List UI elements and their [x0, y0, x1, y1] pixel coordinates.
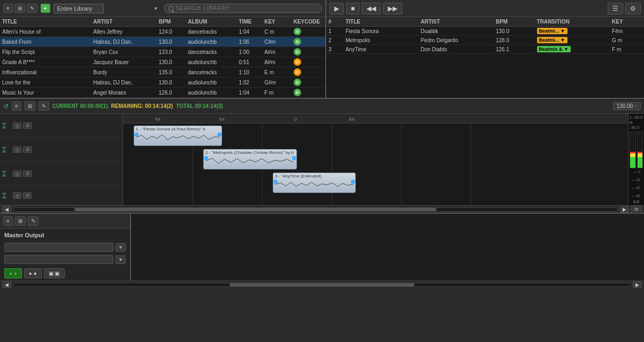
- beatmix-btn[interactable]: Beatmi... ▼: [537, 37, 568, 43]
- vu-bottom-value: 0.0: [633, 199, 639, 204]
- grid-view-btn[interactable]: ⊞: [14, 4, 25, 13]
- stop-btn[interactable]: ■: [346, 3, 359, 14]
- next-btn[interactable]: ▶▶: [383, 3, 402, 14]
- edit-btn[interactable]: ✎: [27, 4, 37, 13]
- library-panel: ≡ ⊞ ✎ + Entire Library ▼ TITLEARTISTBPMA…: [0, 0, 326, 98]
- clip-1-end[interactable]: [217, 133, 221, 137]
- list-view-btn[interactable]: ≡: [3, 4, 13, 13]
- beatmix-btn[interactable]: Beatmix & ▼: [537, 46, 571, 52]
- clip-3-end[interactable]: [351, 180, 355, 184]
- track-btn-a4[interactable]: ◷: [13, 192, 21, 199]
- pl-col-num: #: [326, 17, 343, 27]
- vu-green-l: [630, 157, 635, 168]
- playlist-row[interactable]: 2 Metropolis Pedro Delgardo 128.0 Beatmi…: [326, 36, 644, 45]
- master-grid-btn[interactable]: ⊞: [15, 216, 26, 226]
- vu-green-r: [638, 157, 643, 168]
- playlist-table-header: #TITLEARTISTBPMTRANSITIONKEY: [326, 17, 644, 27]
- master-list-btn[interactable]: ≡: [3, 216, 13, 226]
- clip-2-start[interactable]: [204, 156, 208, 160]
- track-btn-a2[interactable]: ◷: [13, 146, 21, 153]
- library-source-dropdown[interactable]: Entire Library: [53, 4, 104, 13]
- pl-col-key: KEY: [610, 17, 644, 27]
- search-icon: [168, 6, 174, 11]
- clip-3-start[interactable]: [273, 180, 278, 184]
- track-btn-a3[interactable]: ◷: [13, 170, 21, 177]
- track-btn-b3[interactable]: ↺: [23, 170, 32, 177]
- clip-3[interactable]: 3 - "AnyTime (Extended): [273, 173, 356, 193]
- lib-col-bpm: BPM: [157, 17, 186, 27]
- playlist-row[interactable]: 1 Fiesta Sonora Dualitik 130.0 Beatmi...…: [326, 27, 644, 36]
- add-track-btn[interactable]: +: [41, 4, 50, 13]
- track-row-2: Σ ◷ ↺: [0, 138, 122, 162]
- library-row[interactable]: Allen's House of Allen Jeffrey 124.0 dan…: [0, 27, 325, 37]
- keycode-icon: ⊕: [294, 28, 301, 35]
- keycode-icon: ⊕: [294, 58, 301, 66]
- vu-right-channel: [637, 131, 643, 168]
- track-controls-1: ◷ ↺: [13, 122, 120, 129]
- clip-1-start[interactable]: [134, 133, 139, 137]
- prev-btn[interactable]: ◀◀: [362, 3, 381, 14]
- library-table-body: Allen's House of Allen Jeffrey 124.0 dan…: [0, 27, 325, 98]
- library-row[interactable]: Music Is Your Angel Moraes 126.0 audiolu…: [0, 88, 325, 98]
- lib-col-title: TITLE: [0, 17, 91, 27]
- vu-yellow-l: [630, 153, 635, 157]
- bottom-scroll-left-btn[interactable]: ◀: [2, 282, 11, 288]
- ruler-mark-1: 64: [155, 116, 160, 122]
- scroll-left-btn[interactable]: ◀: [2, 206, 11, 213]
- library-row[interactable]: Baked From Hatiras, DJ Dan, 130.0 audiol…: [0, 37, 325, 47]
- library-row[interactable]: Influenzational Burdy 135.0 dancetracks …: [0, 67, 325, 77]
- master-dropdown-2[interactable]: [4, 255, 113, 264]
- track-btn-b2[interactable]: ↺: [23, 146, 32, 153]
- track-sigma-icon-3: Σ: [2, 169, 11, 178]
- right-empty-area: [131, 214, 644, 281]
- timeline-scrollbar[interactable]: ◀ ▶ ⟳: [0, 205, 644, 213]
- track-btn-b1[interactable]: ↺: [23, 122, 32, 129]
- bpm-display: 130.00 ÷: [613, 102, 641, 110]
- master-dropdown-1[interactable]: [4, 243, 113, 252]
- keycode-icon: ⊕: [294, 48, 301, 56]
- master-panel-toolbar: ≡ ⊞ ✎: [0, 214, 130, 229]
- play-btn[interactable]: ▶: [329, 3, 344, 14]
- track-btn-b4[interactable]: ↺: [23, 192, 32, 199]
- search-input[interactable]: [175, 5, 317, 11]
- scrollbar-track[interactable]: [13, 207, 618, 212]
- bottom-content: ≡ ⊞ ✎ Master Output ▼ ▼: [0, 214, 644, 281]
- vu-yellow-r: [638, 153, 643, 157]
- track-sigma-icon-4: Σ: [2, 191, 11, 200]
- clip-2-end[interactable]: [292, 156, 296, 160]
- library-row[interactable]: Love for the Hatiras, DJ Dan, 130.0 audi…: [0, 77, 325, 88]
- track-row-3: Σ ◷ ↺: [0, 162, 122, 186]
- keycode-icon: ⊕: [294, 68, 301, 76]
- timeline-view-btn2[interactable]: ⊞: [25, 102, 35, 111]
- master-edit-btn[interactable]: ✎: [28, 216, 39, 226]
- bottom-scrollbar-track[interactable]: [13, 283, 631, 287]
- menu-btn[interactable]: ☰: [608, 3, 623, 14]
- clip-2[interactable]: 2 - "Metropolis (Christian Cimbas Remix)…: [203, 149, 297, 169]
- timeline-view-btn1[interactable]: ≡: [12, 102, 21, 111]
- bottom-scrollbar[interactable]: ◀ ▶: [0, 281, 644, 288]
- playlist-row[interactable]: 3 AnyTime Don Diablo 126.1 Beatmix & ▼ F…: [326, 45, 644, 54]
- timeline-edit-btn[interactable]: ✎: [39, 102, 49, 111]
- master-dropdown-arrow-2[interactable]: ▼: [116, 255, 126, 264]
- clip-1[interactable]: 1 - "Fiesta Sonora (A.Paul Remix)" b: [134, 126, 222, 146]
- bottom-scroll-right-btn[interactable]: ▶: [633, 282, 642, 288]
- bottom-scrollbar-thumb: [229, 283, 415, 286]
- pl-col-title: TITLE: [343, 17, 419, 27]
- timeline-sync-btn[interactable]: ⟳: [631, 205, 642, 214]
- library-row[interactable]: Flip the Script Bryan Cox 133.0 dancetra…: [0, 47, 325, 57]
- track-sigma-icon-1: Σ: [2, 121, 11, 130]
- master-dropdown-arrow-1[interactable]: ▼: [116, 243, 126, 252]
- lib-col-artist: ARTIST: [91, 17, 157, 27]
- clip-3-wave: [273, 179, 355, 190]
- beatmix-btn[interactable]: Beatmi... ▼: [537, 28, 568, 34]
- settings-btn[interactable]: ⚙: [625, 3, 641, 14]
- track-btn-a1[interactable]: ◷: [13, 122, 21, 129]
- vu-scale-10: — 10: [631, 178, 640, 182]
- timeline-body: Σ ◷ ↺ Σ ◷ ↺ Σ: [0, 114, 644, 205]
- clip-3-label: 3 - "AnyTime (Extended): [273, 173, 355, 179]
- master-headphone-btn[interactable]: ● ●: [24, 268, 42, 278]
- library-row[interactable]: Grade A B**** Jacquez Bauer 130.0 audiol…: [0, 57, 325, 67]
- master-record-btn[interactable]: ▣ ▣: [44, 268, 65, 278]
- master-monitor-btn[interactable]: ● ●: [4, 268, 22, 278]
- scroll-right-btn[interactable]: ▶: [620, 206, 629, 213]
